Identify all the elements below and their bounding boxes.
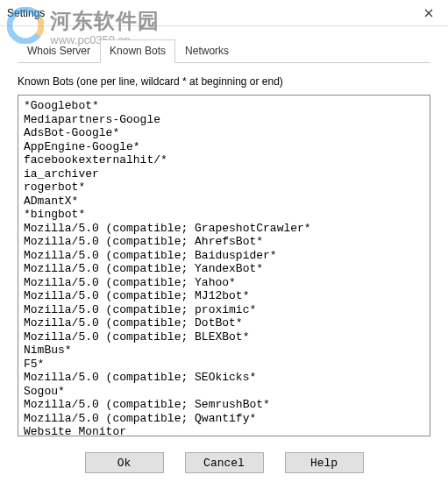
known-bots-label: Known Bots (one per line, wildcard * at … [18,75,430,88]
close-icon [424,6,433,20]
help-button[interactable]: Help [285,452,364,473]
content-area: Whois Server Known Bots Networks Known B… [0,26,448,445]
titlebar: Settings [0,0,448,26]
cancel-button[interactable]: Cancel [185,452,264,473]
ok-button[interactable]: Ok [85,452,164,473]
tab-strip: Whois Server Known Bots Networks [18,39,430,63]
known-bots-textarea-wrap [18,95,430,436]
known-bots-textarea[interactable] [18,96,430,436]
tab-networks[interactable]: Networks [175,39,238,63]
dialog-button-row: Ok Cancel Help [0,452,448,473]
close-button[interactable] [409,0,448,26]
tab-whois-server[interactable]: Whois Server [18,39,100,63]
tab-known-bots[interactable]: Known Bots [100,39,175,63]
window-title: Settings [7,7,409,19]
